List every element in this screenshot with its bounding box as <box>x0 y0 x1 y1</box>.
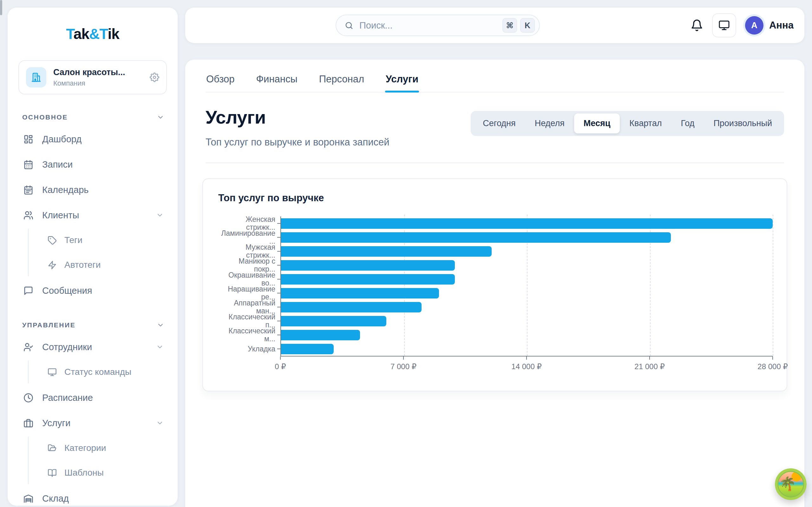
sidebar-subitems: ТегиАвтотеги <box>28 229 167 276</box>
sidebar-item-теги[interactable]: Теги <box>43 229 167 251</box>
period-option-произвольный[interactable]: Произвольный <box>704 113 781 133</box>
chart-bar-row <box>281 244 773 258</box>
chart-bar <box>281 274 455 285</box>
search-icon <box>345 21 354 30</box>
island-button[interactable] <box>775 468 807 500</box>
chart-x-tickmark <box>526 356 527 360</box>
sidebar-item-статус-команды[interactable]: Статус команды <box>43 360 167 383</box>
chart-x-tickmark <box>649 356 650 360</box>
sidebar-item-label: Сотрудники <box>42 342 92 352</box>
book-open-icon <box>48 468 57 477</box>
search-box[interactable]: ⌘K <box>336 14 540 36</box>
users-icon <box>23 210 33 220</box>
chart-category-tick: Окрашивание во... <box>217 272 281 286</box>
sidebar-item-клиенты[interactable]: Клиенты <box>18 204 167 227</box>
chart-bar <box>281 344 334 354</box>
sidebar-item-шаблоны[interactable]: Шаблоны <box>43 461 167 484</box>
sidebar-item-сотрудники[interactable]: Сотрудники <box>18 335 167 359</box>
divider <box>206 163 784 163</box>
tab-обзор[interactable]: Обзор <box>206 68 235 92</box>
sidebar-item-дашборд[interactable]: Дашборд <box>18 127 167 151</box>
shortcut-key: K <box>520 18 535 33</box>
chart-category-tick: Укладка <box>217 342 281 356</box>
nav-group-header[interactable]: УПРАВЛЕНИЕ <box>22 321 164 329</box>
chart-category-label: Классический м... <box>229 327 275 343</box>
nav-group-title: ОСНОВНОЕ <box>22 113 68 121</box>
sidebar-item-label: Записи <box>42 159 72 170</box>
sidebar-item-склад[interactable]: Склад <box>18 487 167 506</box>
chart-plot-area <box>281 216 773 356</box>
main-content: ОбзорФинансыПерсоналУслуги Услуги Топ ус… <box>185 60 804 507</box>
chart-y-axis-labels: Женская стрижк...Ламинирование ...Мужска… <box>217 216 281 374</box>
sidebar-item-label: Автотеги <box>64 260 101 270</box>
briefcase-icon <box>23 418 33 428</box>
scrollbar-thumb[interactable] <box>0 0 2 15</box>
message-icon <box>23 286 33 296</box>
tab-персонал[interactable]: Персонал <box>318 68 365 92</box>
chart-bar-row <box>281 216 773 230</box>
chart-category-tick: Аппаратный ман... <box>217 300 281 314</box>
search-shortcut: ⌘K <box>502 18 535 33</box>
search-input[interactable] <box>359 20 497 31</box>
monitor-icon <box>718 20 730 31</box>
chart-bar-row <box>281 286 773 300</box>
period-option-месяц[interactable]: Месяц <box>574 113 620 133</box>
chart-bar-row <box>281 342 773 356</box>
nav-group-title: УПРАВЛЕНИЕ <box>22 321 75 329</box>
chart-bar <box>281 218 773 229</box>
folder-open-icon <box>48 444 57 453</box>
app-logo: Tak&Tik <box>18 25 167 43</box>
sidebar-item-label: Расписание <box>42 393 93 403</box>
chart-category-tick: Женская стрижк... <box>217 216 281 230</box>
sidebar-item-label: Сообщения <box>42 285 92 296</box>
display-mode-button[interactable] <box>712 13 736 38</box>
bell-icon[interactable] <box>691 19 703 32</box>
chart-bar-row <box>281 314 773 328</box>
sidebar-item-label: Клиенты <box>42 210 79 221</box>
sidebar-item-автотеги[interactable]: Автотеги <box>43 253 167 276</box>
chart-x-axis: 0 ₽7 000 ₽14 000 ₽21 000 ₽28 000 ₽ <box>281 356 773 374</box>
app-root: Tak&Tik Салон красоты... Компания ОСНОВН… <box>0 0 812 507</box>
period-option-год[interactable]: Год <box>671 113 704 133</box>
company-name: Салон красоты... <box>53 67 143 77</box>
sidebar-item-расписание[interactable]: Расписание <box>18 386 167 409</box>
tab-финансы[interactable]: Финансы <box>256 68 298 92</box>
chart-x-ticklabel: 28 000 ₽ <box>757 362 788 371</box>
tag-icon <box>48 236 57 245</box>
chart-bar <box>281 232 671 243</box>
chart-category-label: Укладка <box>248 345 275 353</box>
sidebar-item-записи[interactable]: Записи <box>18 153 167 176</box>
chart-bar <box>281 302 421 313</box>
chevron-down-icon <box>157 321 164 329</box>
nav-group-header[interactable]: ОСНОВНОЕ <box>22 113 164 121</box>
gear-icon[interactable] <box>150 72 159 82</box>
sidebar-item-категории[interactable]: Категории <box>43 437 167 459</box>
sidebar-item-label: Склад <box>42 493 69 504</box>
chart-x-ticklabel: 7 000 ₽ <box>391 362 416 371</box>
tab-услуги[interactable]: Услуги <box>385 68 419 92</box>
chart-category-tick: Ламинирование ... <box>217 230 281 244</box>
chart-category-tick: Мужская стрижк... <box>217 244 281 258</box>
sidebar-item-label: Теги <box>64 235 83 245</box>
sidebar-item-label: Услуги <box>42 418 70 429</box>
chart-x-tickmark <box>280 356 281 360</box>
period-option-квартал[interactable]: Квартал <box>620 113 671 133</box>
sidebar-subitems: КатегорииШаблоны <box>28 437 167 484</box>
bar-chart: Женская стрижк...Ламинирование ...Мужска… <box>217 216 773 374</box>
dashboard-icon <box>23 134 33 144</box>
sidebar-item-сообщения[interactable]: Сообщения <box>18 279 167 302</box>
company-subtitle: Компания <box>53 79 143 88</box>
period-option-сегодня[interactable]: Сегодня <box>473 113 525 133</box>
sidebar-item-календарь[interactable]: Календарь <box>18 178 167 202</box>
chart-bar-row <box>281 328 773 342</box>
sidebar-item-услуги[interactable]: Услуги <box>18 411 167 435</box>
chart-category-tick: Классический м... <box>217 328 281 342</box>
sidebar-item-label: Календарь <box>42 185 89 195</box>
user-check-icon <box>23 342 33 352</box>
chevron-down-icon <box>156 211 164 219</box>
period-option-неделя[interactable]: Неделя <box>525 113 574 133</box>
company-selector[interactable]: Салон красоты... Компания <box>18 60 167 95</box>
user-menu[interactable]: А Анна <box>745 16 794 35</box>
avatar[interactable]: А <box>745 16 763 35</box>
sidebar-item-label: Дашборд <box>42 134 82 145</box>
